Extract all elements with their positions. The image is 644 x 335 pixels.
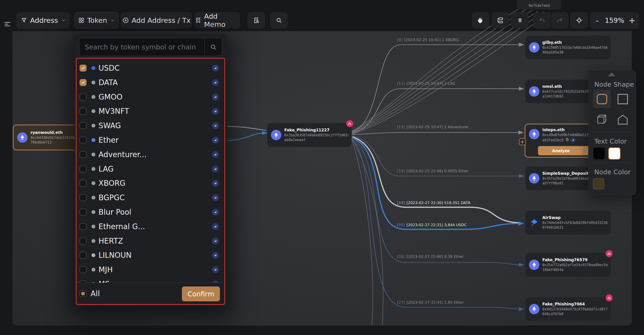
token-row[interactable]: Ether	[76, 133, 224, 147]
token-checkbox[interactable]	[80, 79, 86, 86]
token-row[interactable]: LAG	[76, 162, 224, 176]
undo-button[interactable]	[533, 12, 550, 28]
token-row[interactable]: Adventurer...	[76, 147, 224, 162]
add-address-tx-button[interactable]: Add Address / Tx	[121, 12, 192, 28]
token-chart-icon[interactable]	[212, 151, 219, 158]
token-chart-icon[interactable]	[212, 238, 219, 245]
token-checkbox[interactable]	[80, 266, 86, 273]
token-checkbox[interactable]	[80, 122, 86, 129]
token-chart-icon[interactable]	[212, 180, 219, 187]
token-list[interactable]: USDC DATA GMOO MV3NFT SWAG Ether Adventu…	[76, 59, 224, 283]
edge-label[interactable]: [24][2023-02-27 22:30] 519,351 DATA	[397, 201, 470, 205]
token-checkbox[interactable]	[80, 223, 86, 230]
token-chart-icon[interactable]	[212, 165, 219, 172]
sidebar-toggle-icon[interactable]	[4, 20, 11, 29]
token-checkbox[interactable]	[80, 194, 86, 201]
crosshair-target-icon	[576, 17, 582, 24]
token-checkbox[interactable]	[80, 137, 86, 144]
token-chart-icon[interactable]	[212, 122, 219, 129]
expand-plus-badge[interactable]: +	[519, 138, 526, 145]
token-row[interactable]: LILNOUN	[76, 248, 224, 262]
add-memo-button[interactable]: Add Memo	[195, 12, 240, 28]
search-button[interactable]	[270, 12, 288, 28]
token-row[interactable]: Blur Pool	[76, 205, 224, 219]
token-row[interactable]: MS	[76, 277, 224, 283]
token-search-input[interactable]	[79, 38, 204, 56]
token-row[interactable]: XBORG	[76, 176, 224, 190]
edge-label[interactable]: [19][2023-02-25 22:46] 0.0055 Ether	[397, 169, 468, 173]
token-checkbox[interactable]	[80, 238, 86, 245]
node-clipped-top[interactable]: 9e75de7a6d	[517, 0, 561, 9]
edge-label[interactable]: [26][2023-02-27 22:40] 8.38 Ether	[397, 254, 464, 259]
token-row[interactable]: USDC	[76, 61, 224, 75]
memo-manager-button[interactable]	[248, 12, 265, 28]
token-chart-icon[interactable]	[212, 281, 219, 283]
token-chart-icon[interactable]	[212, 137, 219, 144]
token-row[interactable]: SWAG	[76, 118, 224, 133]
node-color-swatch[interactable]	[593, 178, 604, 189]
token-checkbox[interactable]	[80, 209, 86, 216]
column-view-button[interactable]	[511, 12, 528, 28]
token-row[interactable]: DATA	[76, 75, 224, 90]
text-color-black-swatch[interactable]	[593, 147, 605, 160]
pan-hand-button[interactable]	[472, 12, 489, 28]
edge-label[interactable]: [13][2023-02-25 10:47] 2 Adventurer...	[397, 125, 472, 129]
shape-option-house[interactable]	[614, 110, 632, 128]
token-chart-icon[interactable]	[212, 209, 219, 216]
token-color-dot	[92, 181, 95, 185]
token-checkbox[interactable]	[80, 180, 86, 187]
node-airswap[interactable]: AirSwap 0x74de5d4fcbf63e00296fd95d33236b…	[525, 211, 611, 235]
plus-circle-icon	[122, 17, 129, 24]
address-filter-button[interactable]: Address	[16, 12, 70, 28]
token-chart-icon[interactable]	[212, 252, 219, 259]
token-chart-icon[interactable]	[212, 223, 219, 230]
node-address: 0x74de5d4fcbf63e00296fd95d33236b97940166…	[542, 221, 608, 230]
token-checkbox[interactable]	[80, 252, 86, 259]
token-row[interactable]: BGPGC	[76, 190, 224, 205]
token-row[interactable]: GMOO	[76, 90, 224, 104]
node-fake-phishing-7064[interactable]: Fake_Phishing7064 0x84527b5949d479c879b8…	[525, 297, 611, 321]
confirm-button[interactable]: Confirm	[182, 287, 220, 301]
copy-address-icon[interactable]	[565, 137, 569, 143]
node-title: Fake_Phishing7064	[542, 302, 608, 306]
panel-pointer-up-icon[interactable]	[608, 72, 616, 76]
edge-label[interactable]: [11][2023-02-25 10:43] 1 LAG	[397, 81, 455, 85]
node-fake-phishing-11227[interactable]: Fake_Phishing11227 0x1ba383587e6b6e8925b…	[267, 123, 352, 147]
token-chart-icon[interactable]	[212, 194, 219, 201]
redo-button[interactable]	[551, 12, 568, 28]
token-row[interactable]: HERTZ	[76, 234, 224, 248]
node-gilby[interactable]: gilby.eth 0x42560517b33a7e68cda1640aa47b…	[525, 36, 611, 59]
auto-layout-button[interactable]	[492, 12, 508, 28]
edge-label[interactable]: [9][2023-02-25 10:41] 1 XBORG	[397, 38, 459, 42]
zoom-in-button[interactable]: +	[625, 16, 639, 25]
token-row[interactable]: Ethernal G...	[76, 219, 224, 234]
edge-label[interactable]: [25][2023-02-27 22:31] 3,844 USDC	[397, 223, 466, 227]
token-chart-icon[interactable]	[212, 266, 219, 273]
token-checkbox[interactable]	[80, 93, 86, 100]
node-style-panel: Node Shape Text Color Node Color	[588, 70, 636, 195]
edge-label[interactable]: [27][2023-02-27 22:41] 1.85 Ether	[397, 300, 464, 305]
token-checkbox[interactable]	[80, 151, 86, 158]
shape-option-square[interactable]	[614, 90, 632, 108]
shape-option-rounded-square[interactable]	[593, 90, 611, 108]
token-chart-icon[interactable]	[212, 93, 219, 100]
token-checkbox[interactable]	[80, 108, 86, 115]
token-row[interactable]: MV3NFT	[76, 104, 224, 118]
text-color-white-swatch[interactable]	[608, 147, 620, 160]
node-fake-phishing-76579[interactable]: Fake_Phishing76579 0x35a772a682af1e34c03…	[525, 253, 611, 277]
center-view-button[interactable]	[570, 12, 588, 28]
token-checkbox[interactable]	[80, 64, 86, 71]
search-icon[interactable]	[205, 43, 222, 50]
portfolio-chart-icon[interactable]	[570, 137, 576, 142]
shape-option-cube[interactable]	[593, 110, 611, 128]
token-chart-icon[interactable]	[212, 64, 219, 71]
token-row[interactable]: MJH	[76, 262, 224, 277]
token-checkbox[interactable]	[80, 165, 86, 172]
token-chart-icon[interactable]	[212, 79, 219, 86]
select-all-checkbox[interactable]	[80, 290, 86, 297]
zoom-out-button[interactable]: -	[590, 16, 604, 25]
token-filter-button[interactable]: Token	[74, 12, 118, 28]
analyze-button[interactable]: Analyze	[538, 146, 595, 155]
token-chart-icon[interactable]	[212, 108, 219, 115]
token-checkbox[interactable]	[80, 281, 86, 283]
